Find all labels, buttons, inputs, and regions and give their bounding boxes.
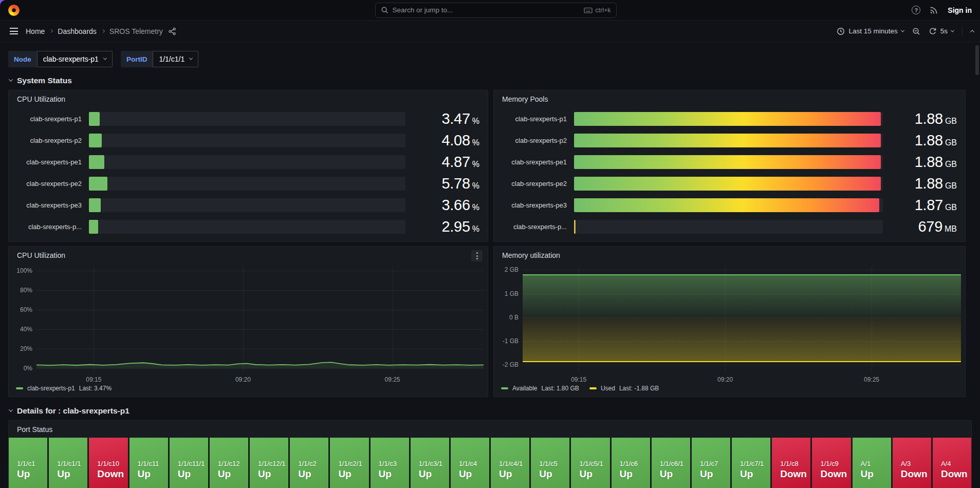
port-tile[interactable]: 1/1/c2 Up (290, 438, 328, 488)
gauge-row: clab-srexperts-p... 2.95% (17, 216, 479, 237)
breadcrumb-current: SROS Telemetry (109, 27, 163, 35)
used-series-line (523, 361, 961, 362)
gauge-row: clab-srexperts-p1 3.47% (17, 108, 479, 129)
memory-graph-plot[interactable]: 09:15 09:20 09:25 (523, 267, 961, 372)
search-input[interactable]: Search or jump to... ctrl+k (375, 3, 617, 18)
zoom-out-button[interactable] (912, 27, 920, 35)
port-state: Up (499, 468, 529, 480)
port-name: 1/1/c7 (700, 459, 730, 468)
port-tile[interactable]: 1/1/c9 Down (812, 438, 850, 488)
port-tile[interactable]: 1/1/c4/1 Up (491, 438, 529, 488)
gauge-row: clab-srexperts-pe2 1.88GB (502, 173, 957, 194)
gauge-bar (89, 220, 98, 234)
panel-memory-utilization-graph: Memory utilization 2 GB 1 GB 0 B -1 GB -… (493, 246, 966, 397)
panel-port-status: Port Status 1/1/c1 Up 1/1/c1/1 Up 1/1/c1… (8, 420, 972, 488)
mega-menu-icon[interactable] (6, 24, 22, 39)
gauge-row-label: clab-srexperts-pe3 (502, 201, 567, 209)
section-details[interactable]: Details for : clab-srexperts-p1 (9, 406, 972, 416)
gauge-track (574, 112, 883, 126)
panel-cpu-utilization-graph: CPU Utilization 100% 80% 60% 40% 20% 0% (8, 246, 488, 397)
port-tile[interactable]: 1/1/c5 Up (531, 438, 569, 488)
port-tile[interactable]: 1/1/c7 Up (692, 438, 730, 488)
port-tile[interactable]: 1/1/c6 Up (612, 438, 650, 488)
row-timeseries: CPU Utilization 100% 80% 60% 40% 20% 0% (8, 246, 972, 397)
gauge-row-label: clab-srexperts-p2 (502, 137, 567, 144)
grafana-logo-icon[interactable] (8, 5, 20, 16)
legend-series[interactable]: clab-srexperts-p1 Last: 3.47% (16, 385, 112, 392)
gauge-bar (574, 155, 881, 169)
gauge-track (574, 198, 883, 212)
gauge-row-label: clab-srexperts-pe1 (502, 158, 567, 166)
gauge-bar (89, 134, 102, 147)
scrollbar-thumb[interactable] (975, 45, 979, 75)
memory-gauge-rows: clab-srexperts-p1 1.88GB clab-srexperts-… (494, 108, 965, 237)
gauge-row-label: clab-srexperts-p... (502, 223, 567, 231)
port-name: 1/1/c5 (539, 459, 569, 468)
port-state: Down (780, 468, 810, 480)
port-name: 1/1/c1 (17, 459, 47, 468)
port-state: Down (820, 468, 850, 480)
port-name: 1/1/c12 (218, 459, 248, 468)
gauge-bar (89, 112, 100, 126)
variable-portid-select[interactable]: 1/1/c1/1 (153, 51, 198, 67)
gauge-bar (89, 155, 104, 169)
cpu-series-line (36, 267, 484, 372)
help-icon[interactable]: ? (912, 6, 920, 14)
port-state: Up (740, 468, 770, 480)
legend-series-available[interactable]: Available Last: 1.80 GB (501, 385, 579, 392)
time-range-picker[interactable]: Last 15 minutes (837, 27, 903, 35)
port-name: 1/1/c6/1 (660, 459, 690, 468)
port-state: Up (298, 468, 328, 480)
variable-node-select[interactable]: clab-srexperts-p1 (37, 51, 113, 67)
port-tile[interactable]: 1/1/c7/1 Up (732, 438, 770, 488)
port-tile[interactable]: 1/1/c11/1 Up (170, 438, 208, 488)
port-tile[interactable]: 1/1/c8 Down (772, 438, 810, 488)
port-tile[interactable]: 1/1/c11 Up (130, 438, 168, 488)
available-series-area (523, 275, 961, 317)
gauge-track (89, 177, 405, 191)
gauge-bar (574, 134, 881, 147)
port-tile[interactable]: A/1 Up (853, 438, 891, 488)
panel-title: Memory utilization (494, 247, 965, 259)
port-tile[interactable]: 1/1/c3 Up (371, 438, 409, 488)
zoom-out-icon (912, 27, 920, 35)
port-tile[interactable]: 1/1/c6/1 Up (652, 438, 690, 488)
port-tile[interactable]: 1/1/c3/1 Up (411, 438, 449, 488)
gauge-row-label: clab-srexperts-pe1 (17, 158, 82, 166)
port-tiles: 1/1/c1 Up 1/1/c1/1 Up 1/1/c10 Down 1/1/c… (9, 438, 971, 488)
port-tile[interactable]: 1/1/c12 Up (210, 438, 248, 488)
legend-series-used[interactable]: Used Last: -1.88 GB (589, 385, 659, 392)
used-series-area (523, 317, 961, 362)
section-system-status[interactable]: System Status (9, 76, 972, 85)
port-tile[interactable]: 1/1/c1/1 Up (49, 438, 87, 488)
port-tile[interactable]: 1/1/c1 Up (9, 438, 47, 488)
collapse-toolbar-button[interactable] (971, 30, 974, 33)
port-tile[interactable]: A/3 Down (893, 438, 931, 488)
gauge-row-label: clab-srexperts-pe2 (17, 180, 82, 187)
port-name: 1/1/c1/1 (57, 459, 87, 468)
gauge-bar (89, 198, 101, 212)
gauge-value: 4.08% (413, 132, 479, 149)
gauge-track (89, 220, 405, 234)
port-tile[interactable]: 1/1/c5/1 Up (571, 438, 609, 488)
breadcrumb-dashboards[interactable]: Dashboards (58, 27, 97, 35)
port-tile[interactable]: A/4 Down (933, 438, 971, 488)
breadcrumb-separator-icon (49, 29, 53, 33)
sign-in-button[interactable]: Sign in (948, 6, 972, 14)
series-swatch (501, 387, 508, 389)
gauge-track (89, 198, 405, 212)
panel-menu-icon[interactable] (471, 250, 483, 261)
port-tile[interactable]: 1/1/c2/1 Up (330, 438, 368, 488)
breadcrumb-home[interactable]: Home (26, 27, 45, 35)
port-tile[interactable]: 1/1/c4 Up (451, 438, 489, 488)
port-state: Up (861, 468, 891, 480)
variable-node: Node clab-srexperts-p1 (8, 51, 113, 67)
refresh-button[interactable]: 5s (929, 27, 954, 35)
chevron-down-icon (951, 29, 954, 32)
port-tile[interactable]: 1/1/c12/1 Up (250, 438, 288, 488)
port-tile[interactable]: 1/1/c10 Down (89, 438, 127, 488)
cpu-graph-plot[interactable]: 09:15 09:20 09:25 (36, 267, 484, 372)
news-rss-icon[interactable] (930, 6, 938, 14)
gauge-value: 1.88GB (890, 132, 957, 149)
share-dashboard-icon[interactable] (168, 27, 176, 35)
